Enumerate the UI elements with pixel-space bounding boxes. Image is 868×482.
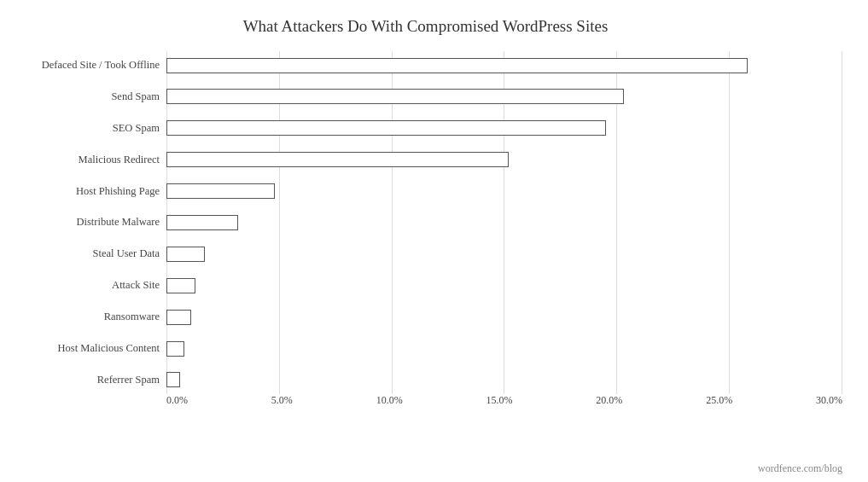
x-axis-label: 20.0%: [596, 394, 622, 418]
bar-row: [166, 334, 842, 363]
x-axis-label: 15.0%: [486, 394, 512, 418]
bar-row: [166, 83, 842, 111]
y-label: SEO Spam: [9, 114, 166, 142]
y-label: Defaced Site / Took Offline: [9, 51, 166, 79]
bar: [166, 341, 184, 357]
bar-row: [166, 146, 842, 174]
grid-and-bars: 0.0%5.0%10.0%15.0%20.0%25.0%30.0%: [166, 51, 842, 418]
x-axis-label: 30.0%: [816, 394, 842, 418]
bars-and-grid: 0.0%5.0%10.0%15.0%20.0%25.0%30.0%: [166, 51, 842, 418]
y-label: Host Phishing Page: [9, 177, 166, 206]
bar-row: [166, 240, 842, 268]
y-label: Attack Site: [9, 271, 166, 299]
bar: [166, 215, 238, 230]
bar-row: [166, 271, 842, 299]
y-label: Referrer Spam: [9, 366, 166, 394]
chart-title: What Attackers Do With Compromised WordP…: [9, 17, 842, 36]
bar-row: [166, 114, 842, 142]
x-axis-labels: 0.0%5.0%10.0%15.0%20.0%25.0%30.0%: [166, 394, 842, 418]
y-label: Steal User Data: [9, 240, 166, 268]
x-axis-label: 25.0%: [706, 394, 732, 418]
bar-row: [166, 303, 842, 331]
x-axis-label: 5.0%: [271, 394, 293, 418]
y-label: Send Spam: [9, 83, 166, 111]
chart-area: Defaced Site / Took OfflineSend SpamSEO …: [9, 51, 842, 418]
bar: [166, 247, 205, 262]
y-label: Ransomware: [9, 303, 166, 331]
bar-row: [166, 177, 842, 206]
bar-row: [166, 208, 842, 236]
y-label: Distribute Malware: [9, 208, 166, 236]
bars-container: [166, 51, 842, 394]
bar: [166, 310, 191, 325]
bar: [166, 372, 180, 387]
bar-row: [166, 51, 842, 79]
bar-row: [166, 366, 842, 394]
y-label: Host Malicious Content: [9, 334, 166, 363]
x-axis-label: 10.0%: [376, 394, 403, 418]
bar: [166, 183, 275, 199]
x-axis-label: 0.0%: [166, 394, 188, 418]
watermark: wordfence.com/blog: [758, 462, 842, 475]
y-label: Malicious Redirect: [9, 146, 166, 174]
y-labels: Defaced Site / Took OfflineSend SpamSEO …: [9, 51, 166, 418]
bar: [166, 120, 606, 136]
bar: [166, 278, 195, 293]
chart-container: What Attackers Do With Compromised WordP…: [0, 0, 868, 482]
bar: [166, 152, 509, 167]
bar: [166, 58, 748, 73]
bar: [166, 89, 624, 104]
